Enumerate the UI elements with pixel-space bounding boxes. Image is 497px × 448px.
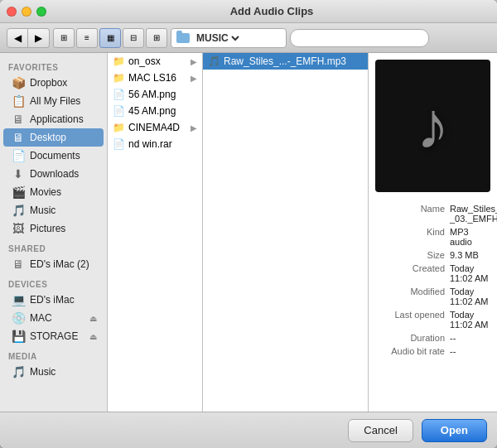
col1-item-on_osx[interactable]: 📁on_osx▶ (108, 53, 202, 70)
mac-eject-icon[interactable]: ⏏ (89, 314, 97, 323)
back-button[interactable]: ◀ (7, 28, 28, 48)
col1-item-MAC_LS16[interactable]: 📁MAC LS16▶ (108, 70, 202, 86)
eds-imac2-icon: 🖥 (12, 258, 25, 271)
forward-button[interactable]: ▶ (28, 28, 50, 48)
sidebar-label-eds-imac2: ED's iMac (2) (30, 258, 89, 270)
location-dropdown[interactable]: MUSIC (193, 31, 242, 45)
info-row: KindMP3 audio (375, 225, 490, 248)
info-row: NameRaw_Stiles_-_03._EMFH.mp3 (375, 202, 490, 225)
sidebar-label-music: Music (30, 205, 55, 216)
file-icon: 📄 (113, 89, 125, 100)
sidebar-label-movies: Movies (30, 186, 61, 198)
sidebar-label-applications: Applications (30, 113, 84, 125)
storage-icon: 💾 (12, 330, 25, 343)
sidebar-item-pictures[interactable]: 🖼Pictures (3, 219, 104, 238)
location-bar[interactable]: MUSIC (171, 28, 287, 48)
sidebar-item-movies[interactable]: 🎬Movies (3, 183, 104, 201)
sidebar-section-shared: SHARED (0, 238, 107, 255)
sidebar-item-music-media[interactable]: 🎵Music (3, 363, 104, 381)
info-row: ModifiedToday 11:02 AM (375, 285, 490, 308)
sidebar-label-dropbox: Dropbox (30, 77, 67, 89)
close-button[interactable] (7, 7, 17, 17)
music-icon: 🎵 (12, 204, 25, 217)
action-button[interactable]: ⊞ (146, 28, 167, 48)
col1-item-56_AM.png[interactable]: 📄56 AM.png (108, 86, 202, 103)
info-label: Kind (375, 227, 450, 247)
info-value: Today 11:02 AM (450, 310, 490, 330)
item-name: nd win.rar (128, 138, 197, 150)
sidebar-item-all-my-files[interactable]: 📋All My Files (3, 92, 104, 110)
sidebar-item-applications[interactable]: 🖥Applications (3, 110, 104, 128)
sidebar-item-music[interactable]: 🎵Music (3, 201, 104, 219)
info-value: 9.3 MB (450, 250, 490, 260)
file-area: 📁on_osx▶📁MAC LS16▶📄56 AM.png📄45 AM.png📁C… (108, 53, 497, 412)
col1-item-45_AM.png[interactable]: 📄45 AM.png (108, 103, 202, 119)
col2-item-Raw_Stiles_...-_EMFH.mp3[interactable]: 🎵Raw_Stiles_...-_EMFH.mp3 (203, 53, 368, 70)
mac-icon: 💿 (12, 311, 25, 325)
preview-pane: ♪ NameRaw_Stiles_-_03._EMFH.mp3KindMP3 a… (369, 53, 497, 412)
col1-item-nd_win.rar[interactable]: 📄nd win.rar (108, 136, 202, 152)
icon-view-button[interactable]: ⊞ (53, 28, 75, 48)
sidebar-item-documents[interactable]: 📄Documents (3, 147, 104, 165)
sidebar-item-eds-imac2[interactable]: 🖥ED's iMac (2) (3, 255, 104, 273)
applications-icon: 🖥 (12, 113, 25, 126)
info-value: -- (450, 346, 490, 356)
storage-eject-icon[interactable]: ⏏ (89, 332, 97, 341)
eds-imac-icon: 💻 (12, 293, 25, 306)
dropbox-icon: 📦 (12, 76, 25, 89)
sidebar-section-favorites: FAVORITES (0, 56, 107, 74)
sidebar-label-mac: MAC (30, 312, 52, 324)
coverflow-icon: ⊟ (130, 33, 137, 42)
sidebar-section-media: MEDIA (0, 345, 107, 363)
column-pane-1: 📁on_osx▶📁MAC LS16▶📄56 AM.png📄45 AM.png📁C… (108, 53, 203, 412)
info-row: CreatedToday 11:02 AM (375, 262, 490, 285)
sidebar-item-eds-imac[interactable]: 💻ED's iMac (3, 291, 104, 309)
item-name: on_osx (128, 55, 187, 67)
back-icon: ◀ (14, 32, 22, 44)
col1-item-CINEMA4D[interactable]: 📁CINEMA4D▶ (108, 119, 202, 136)
info-row: Duration-- (375, 331, 490, 344)
all-my-files-icon: 📋 (12, 94, 25, 108)
info-value: MP3 audio (450, 227, 490, 247)
sidebar-label-documents: Documents (30, 150, 80, 161)
file-icon: 📄 (113, 138, 125, 150)
sidebar-item-mac[interactable]: 💿MAC⏏ (3, 309, 104, 327)
documents-icon: 📄 (12, 149, 25, 162)
item-name: MAC LS16 (128, 72, 187, 84)
sidebar-item-downloads[interactable]: ⬇Downloads (3, 165, 104, 183)
sidebar-label-music-media: Music (30, 366, 55, 378)
info-label: Last opened (375, 310, 450, 330)
column-pane-2: 🎵Raw_Stiles_...-_EMFH.mp3 (203, 53, 369, 412)
file-info: NameRaw_Stiles_-_03._EMFH.mp3KindMP3 aud… (369, 199, 497, 361)
sidebar-label-downloads: Downloads (30, 168, 79, 180)
open-button[interactable]: Open (422, 419, 487, 442)
search-input[interactable] (290, 29, 429, 47)
info-value: Raw_Stiles_-_03._EMFH.mp3 (450, 204, 497, 224)
sidebar-item-storage[interactable]: 💾STORAGE⏏ (3, 327, 104, 345)
sidebar-label-pictures: Pictures (30, 223, 65, 234)
list-view-button[interactable]: ≡ (76, 28, 98, 48)
cancel-button[interactable]: Cancel (348, 419, 413, 442)
info-label: Audio bit rate (375, 346, 450, 356)
arrow-icon: ▶ (191, 57, 197, 66)
music-note-icon: ♪ (417, 88, 450, 164)
sidebar-item-dropbox[interactable]: 📦Dropbox (3, 74, 104, 92)
file-icon: 📄 (113, 105, 125, 117)
item-name: Raw_Stiles_...-_EMFH.mp3 (224, 55, 363, 67)
forward-icon: ▶ (35, 32, 42, 44)
maximize-button[interactable] (36, 7, 46, 17)
titlebar: Add Audio Clips (0, 0, 497, 23)
column-view-button[interactable]: ▦ (99, 28, 121, 48)
grid-icon: ⊞ (60, 33, 67, 42)
info-row: Size9.3 MB (375, 248, 490, 262)
item-name: 56 AM.png (128, 89, 197, 100)
sidebar-section-devices: DEVICES (0, 273, 107, 291)
movies-icon: 🎬 (12, 185, 25, 199)
sidebar-item-desktop[interactable]: 🖥Desktop (3, 128, 104, 147)
minimize-button[interactable] (22, 7, 31, 17)
main-content: FAVORITES📦Dropbox📋All My Files🖥Applicati… (0, 53, 497, 412)
info-label: Created (375, 263, 450, 283)
coverflow-button[interactable]: ⊟ (123, 28, 144, 48)
toolbar: ◀ ▶ ⊞ ≡ ▦ ⊟ ⊞ MUSIC (0, 23, 497, 53)
info-label: Duration (375, 333, 450, 343)
